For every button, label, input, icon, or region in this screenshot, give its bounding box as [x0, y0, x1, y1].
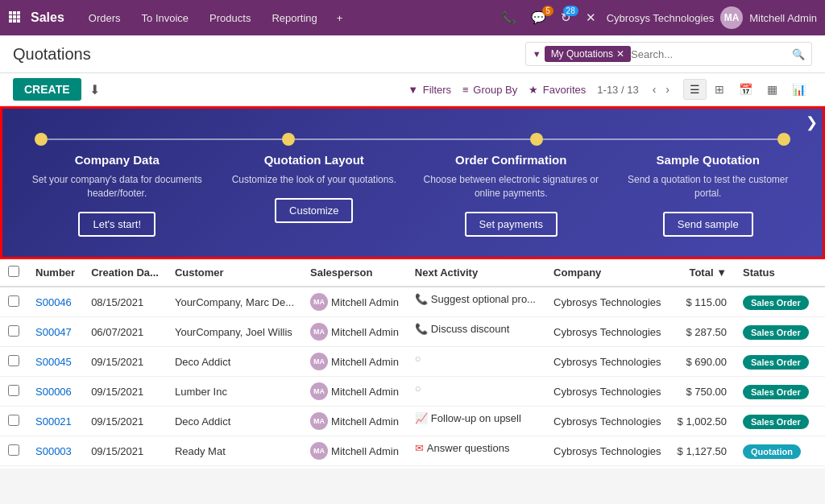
- row-checkbox-3[interactable]: [8, 385, 19, 396]
- phone-activity-icon: 📞: [415, 293, 428, 305]
- cell-options-2[interactable]: ⋮: [817, 347, 825, 377]
- my-quotations-filter[interactable]: My Quotations ✕: [545, 46, 631, 62]
- salesperson-name-3: Mitchell Admin: [331, 386, 399, 398]
- search-icon[interactable]: 🔍: [792, 48, 805, 60]
- cell-number-0[interactable]: S00046: [27, 287, 83, 317]
- group-icon: ≡: [462, 84, 469, 96]
- row-checkbox-5[interactable]: [8, 444, 19, 456]
- svg-rect-5: [17, 15, 20, 19]
- avatar[interactable]: MA: [720, 6, 743, 29]
- salesperson-avatar-4: MA: [310, 412, 328, 430]
- grid-icon[interactable]: [8, 10, 21, 26]
- brand-name[interactable]: Sales: [31, 10, 64, 25]
- filters-button[interactable]: ▼ Filters: [408, 84, 453, 96]
- step1-button[interactable]: Let's start!: [78, 212, 155, 237]
- col-options[interactable]: ⋮: [817, 259, 825, 287]
- cell-options-4[interactable]: ⋮: [817, 407, 825, 436]
- nav-to-invoice[interactable]: To Invoice: [134, 9, 197, 27]
- calendar-view-button[interactable]: 📅: [732, 79, 759, 100]
- cell-status-0: Sales Order: [735, 287, 817, 317]
- col-status[interactable]: Status: [735, 259, 817, 287]
- col-date[interactable]: Creation Da...: [83, 259, 167, 287]
- search-box[interactable]: ▼ My Quotations ✕ 🔍: [525, 42, 812, 66]
- cell-number-6[interactable]: S00007: [27, 466, 83, 469]
- nav-products[interactable]: Products: [201, 9, 259, 27]
- banner-step-2: Quotation Layout Customize the look of y…: [216, 153, 413, 237]
- col-total[interactable]: Total ▼: [670, 259, 735, 287]
- col-customer[interactable]: Customer: [167, 259, 302, 287]
- search-input[interactable]: [631, 48, 792, 60]
- cell-options-6[interactable]: ⋮: [817, 466, 825, 469]
- kanban-view-button[interactable]: ⊞: [708, 79, 731, 100]
- cell-number-3[interactable]: S00006: [27, 377, 83, 407]
- step3-desc: Choose between electronic signatures or …: [421, 173, 602, 200]
- cell-number-4[interactable]: S00021: [27, 407, 83, 436]
- col-salesperson[interactable]: Salesperson: [302, 259, 407, 287]
- table-container: Number Creation Da... Customer Salespers…: [0, 259, 825, 469]
- quotation-number-link[interactable]: S00046: [35, 296, 72, 308]
- phone-icon[interactable]: 📞: [497, 9, 520, 27]
- cell-options-3[interactable]: ⋮: [817, 377, 825, 407]
- col-number[interactable]: Number: [27, 259, 83, 287]
- cell-number-5[interactable]: S00003: [27, 436, 83, 466]
- banner-close-button[interactable]: ❯: [806, 114, 818, 131]
- row-checkbox-0[interactable]: [8, 295, 19, 307]
- nav-reporting[interactable]: Reporting: [263, 9, 325, 27]
- quotation-number-link[interactable]: S00003: [35, 445, 72, 457]
- step4-button[interactable]: Send sample: [663, 212, 753, 237]
- next-page-button[interactable]: ›: [661, 81, 674, 97]
- table-header-row: Number Creation Da... Customer Salespers…: [0, 259, 825, 287]
- cell-number-1[interactable]: S00047: [27, 317, 83, 347]
- row-checkbox-2[interactable]: [8, 355, 19, 366]
- prev-page-button[interactable]: ‹: [649, 81, 661, 97]
- quotation-number-link[interactable]: S00021: [35, 415, 72, 428]
- table-row: S00047 06/07/2021 YourCompany, Joel Will…: [0, 317, 825, 347]
- step2-button[interactable]: Customize: [275, 198, 353, 223]
- status-badge-4: Sales Order: [743, 415, 809, 429]
- create-button[interactable]: CREATE: [13, 78, 81, 101]
- chart-view-button[interactable]: 📊: [786, 79, 812, 100]
- chat-badge: 5: [542, 6, 553, 16]
- quotation-number-link[interactable]: S00006: [35, 386, 72, 398]
- chat-icon[interactable]: 💬5: [527, 9, 550, 27]
- cell-company-1: Cybrosys Technologies: [545, 317, 669, 347]
- table-row: S00007 09/15/2021 Gemini Furniture MA Mi…: [0, 466, 825, 469]
- nav-orders[interactable]: Orders: [81, 9, 129, 27]
- cell-date-4: 09/15/2021: [83, 407, 167, 436]
- step3-button[interactable]: Set payments: [465, 212, 558, 237]
- cell-date-5: 09/15/2021: [83, 436, 167, 466]
- list-view-button[interactable]: ☰: [683, 79, 707, 100]
- cell-activity-5: ✉ Answer questions: [407, 436, 518, 460]
- page-title: Quotations: [13, 45, 91, 64]
- favorites-button[interactable]: ★ Favorites: [529, 84, 587, 96]
- filter-icon: ▼: [533, 49, 541, 59]
- cell-options-5[interactable]: ⋮: [817, 436, 825, 466]
- cell-total-0: $ 115.00: [670, 287, 735, 317]
- svg-rect-3: [9, 15, 12, 19]
- cell-total-2: $ 690.00: [670, 347, 735, 377]
- cell-salesperson-0: MA Mitchell Admin: [302, 287, 407, 317]
- col-activity[interactable]: Next Activity: [407, 259, 545, 287]
- grid-view-button[interactable]: ▦: [761, 79, 784, 100]
- cell-options-1[interactable]: ⋮: [817, 317, 825, 347]
- nav-plus-button[interactable]: +: [330, 9, 350, 27]
- filter-tag-close[interactable]: ✕: [616, 48, 624, 60]
- salesperson-name-1: Mitchell Admin: [331, 326, 399, 338]
- cell-customer-3: Lumber Inc: [167, 377, 302, 407]
- cell-status-4: Sales Order: [735, 407, 817, 436]
- group-by-button[interactable]: ≡ Group By: [462, 84, 519, 96]
- quotation-number-link[interactable]: S00047: [35, 326, 72, 338]
- cell-number-2[interactable]: S00045: [27, 347, 83, 377]
- refresh-icon[interactable]: ↻28: [557, 9, 575, 27]
- salesperson-avatar-0: MA: [310, 293, 328, 311]
- cell-options-0[interactable]: ⋮: [817, 287, 825, 317]
- cell-company-6: Cybrosys Technologies: [545, 466, 669, 469]
- quotation-number-link[interactable]: S00045: [35, 356, 72, 368]
- close-icon[interactable]: ✕: [582, 9, 600, 27]
- row-checkbox-1[interactable]: [8, 325, 19, 337]
- col-company[interactable]: Company: [545, 259, 669, 287]
- download-button[interactable]: ⬇: [89, 82, 100, 97]
- salesperson-name-2: Mitchell Admin: [331, 356, 399, 368]
- select-all-checkbox[interactable]: [8, 266, 19, 277]
- row-checkbox-4[interactable]: [8, 415, 19, 426]
